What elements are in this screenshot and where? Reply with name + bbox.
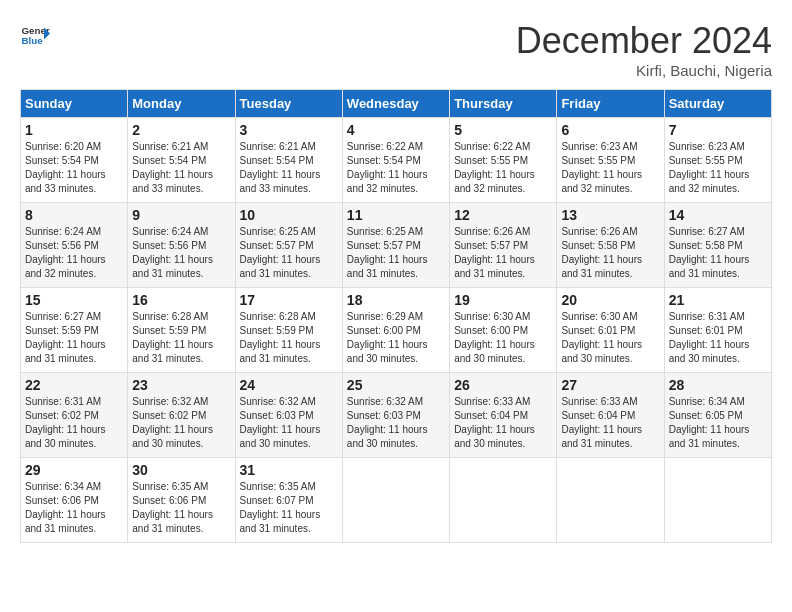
calendar-day-cell: 20Sunrise: 6:30 AM Sunset: 6:01 PM Dayli… [557, 288, 664, 373]
day-info: Sunrise: 6:30 AM Sunset: 6:01 PM Dayligh… [561, 310, 659, 366]
title-section: December 2024 Kirfi, Bauchi, Nigeria [516, 20, 772, 79]
calendar-day-cell: 8Sunrise: 6:24 AM Sunset: 5:56 PM Daylig… [21, 203, 128, 288]
day-number: 23 [132, 377, 230, 393]
day-number: 24 [240, 377, 338, 393]
day-number: 27 [561, 377, 659, 393]
calendar-day-cell: 4Sunrise: 6:22 AM Sunset: 5:54 PM Daylig… [342, 118, 449, 203]
calendar-day-cell: 12Sunrise: 6:26 AM Sunset: 5:57 PM Dayli… [450, 203, 557, 288]
day-info: Sunrise: 6:27 AM Sunset: 5:58 PM Dayligh… [669, 225, 767, 281]
day-info: Sunrise: 6:23 AM Sunset: 5:55 PM Dayligh… [561, 140, 659, 196]
day-info: Sunrise: 6:21 AM Sunset: 5:54 PM Dayligh… [240, 140, 338, 196]
day-info: Sunrise: 6:21 AM Sunset: 5:54 PM Dayligh… [132, 140, 230, 196]
day-number: 8 [25, 207, 123, 223]
day-info: Sunrise: 6:34 AM Sunset: 6:06 PM Dayligh… [25, 480, 123, 536]
day-number: 17 [240, 292, 338, 308]
calendar-day-cell: 23Sunrise: 6:32 AM Sunset: 6:02 PM Dayli… [128, 373, 235, 458]
day-number: 19 [454, 292, 552, 308]
day-number: 16 [132, 292, 230, 308]
calendar-day-cell: 16Sunrise: 6:28 AM Sunset: 5:59 PM Dayli… [128, 288, 235, 373]
day-number: 13 [561, 207, 659, 223]
day-info: Sunrise: 6:26 AM Sunset: 5:58 PM Dayligh… [561, 225, 659, 281]
day-info: Sunrise: 6:29 AM Sunset: 6:00 PM Dayligh… [347, 310, 445, 366]
svg-text:Blue: Blue [22, 35, 44, 46]
calendar-day-cell: 30Sunrise: 6:35 AM Sunset: 6:06 PM Dayli… [128, 458, 235, 543]
day-number: 25 [347, 377, 445, 393]
day-number: 21 [669, 292, 767, 308]
day-number: 29 [25, 462, 123, 478]
calendar-day-cell: 2Sunrise: 6:21 AM Sunset: 5:54 PM Daylig… [128, 118, 235, 203]
day-info: Sunrise: 6:32 AM Sunset: 6:02 PM Dayligh… [132, 395, 230, 451]
day-number: 30 [132, 462, 230, 478]
calendar-header-cell: Saturday [664, 90, 771, 118]
calendar-day-cell: 28Sunrise: 6:34 AM Sunset: 6:05 PM Dayli… [664, 373, 771, 458]
calendar-day-cell [664, 458, 771, 543]
calendar-day-cell: 15Sunrise: 6:27 AM Sunset: 5:59 PM Dayli… [21, 288, 128, 373]
calendar-day-cell: 31Sunrise: 6:35 AM Sunset: 6:07 PM Dayli… [235, 458, 342, 543]
day-info: Sunrise: 6:22 AM Sunset: 5:55 PM Dayligh… [454, 140, 552, 196]
calendar-header-cell: Sunday [21, 90, 128, 118]
day-number: 12 [454, 207, 552, 223]
logo-icon: General Blue [20, 20, 50, 50]
calendar-day-cell: 27Sunrise: 6:33 AM Sunset: 6:04 PM Dayli… [557, 373, 664, 458]
day-number: 5 [454, 122, 552, 138]
day-info: Sunrise: 6:22 AM Sunset: 5:54 PM Dayligh… [347, 140, 445, 196]
day-number: 2 [132, 122, 230, 138]
day-info: Sunrise: 6:28 AM Sunset: 5:59 PM Dayligh… [132, 310, 230, 366]
day-info: Sunrise: 6:24 AM Sunset: 5:56 PM Dayligh… [25, 225, 123, 281]
calendar-week-row: 22Sunrise: 6:31 AM Sunset: 6:02 PM Dayli… [21, 373, 772, 458]
day-info: Sunrise: 6:35 AM Sunset: 6:06 PM Dayligh… [132, 480, 230, 536]
day-number: 11 [347, 207, 445, 223]
day-info: Sunrise: 6:31 AM Sunset: 6:01 PM Dayligh… [669, 310, 767, 366]
day-info: Sunrise: 6:32 AM Sunset: 6:03 PM Dayligh… [240, 395, 338, 451]
calendar-body: 1Sunrise: 6:20 AM Sunset: 5:54 PM Daylig… [21, 118, 772, 543]
calendar-day-cell: 18Sunrise: 6:29 AM Sunset: 6:00 PM Dayli… [342, 288, 449, 373]
calendar-day-cell: 26Sunrise: 6:33 AM Sunset: 6:04 PM Dayli… [450, 373, 557, 458]
calendar-day-cell: 9Sunrise: 6:24 AM Sunset: 5:56 PM Daylig… [128, 203, 235, 288]
day-number: 7 [669, 122, 767, 138]
day-info: Sunrise: 6:27 AM Sunset: 5:59 PM Dayligh… [25, 310, 123, 366]
calendar-header-row: SundayMondayTuesdayWednesdayThursdayFrid… [21, 90, 772, 118]
calendar-week-row: 1Sunrise: 6:20 AM Sunset: 5:54 PM Daylig… [21, 118, 772, 203]
calendar-day-cell: 11Sunrise: 6:25 AM Sunset: 5:57 PM Dayli… [342, 203, 449, 288]
day-number: 15 [25, 292, 123, 308]
calendar-day-cell: 21Sunrise: 6:31 AM Sunset: 6:01 PM Dayli… [664, 288, 771, 373]
day-info: Sunrise: 6:34 AM Sunset: 6:05 PM Dayligh… [669, 395, 767, 451]
calendar-day-cell: 10Sunrise: 6:25 AM Sunset: 5:57 PM Dayli… [235, 203, 342, 288]
day-number: 1 [25, 122, 123, 138]
day-number: 28 [669, 377, 767, 393]
day-number: 26 [454, 377, 552, 393]
day-info: Sunrise: 6:24 AM Sunset: 5:56 PM Dayligh… [132, 225, 230, 281]
calendar-week-row: 15Sunrise: 6:27 AM Sunset: 5:59 PM Dayli… [21, 288, 772, 373]
calendar-week-row: 29Sunrise: 6:34 AM Sunset: 6:06 PM Dayli… [21, 458, 772, 543]
day-number: 6 [561, 122, 659, 138]
day-number: 10 [240, 207, 338, 223]
calendar-header-cell: Thursday [450, 90, 557, 118]
calendar-header-cell: Wednesday [342, 90, 449, 118]
calendar-header-cell: Friday [557, 90, 664, 118]
day-info: Sunrise: 6:31 AM Sunset: 6:02 PM Dayligh… [25, 395, 123, 451]
day-info: Sunrise: 6:32 AM Sunset: 6:03 PM Dayligh… [347, 395, 445, 451]
calendar-day-cell: 7Sunrise: 6:23 AM Sunset: 5:55 PM Daylig… [664, 118, 771, 203]
month-title: December 2024 [516, 20, 772, 62]
day-info: Sunrise: 6:25 AM Sunset: 5:57 PM Dayligh… [240, 225, 338, 281]
day-info: Sunrise: 6:33 AM Sunset: 6:04 PM Dayligh… [561, 395, 659, 451]
calendar-table: SundayMondayTuesdayWednesdayThursdayFrid… [20, 89, 772, 543]
calendar-day-cell: 22Sunrise: 6:31 AM Sunset: 6:02 PM Dayli… [21, 373, 128, 458]
calendar-day-cell: 6Sunrise: 6:23 AM Sunset: 5:55 PM Daylig… [557, 118, 664, 203]
calendar-day-cell: 3Sunrise: 6:21 AM Sunset: 5:54 PM Daylig… [235, 118, 342, 203]
calendar-week-row: 8Sunrise: 6:24 AM Sunset: 5:56 PM Daylig… [21, 203, 772, 288]
calendar-day-cell: 19Sunrise: 6:30 AM Sunset: 6:00 PM Dayli… [450, 288, 557, 373]
day-info: Sunrise: 6:30 AM Sunset: 6:00 PM Dayligh… [454, 310, 552, 366]
day-number: 22 [25, 377, 123, 393]
day-number: 4 [347, 122, 445, 138]
day-info: Sunrise: 6:28 AM Sunset: 5:59 PM Dayligh… [240, 310, 338, 366]
calendar-day-cell: 1Sunrise: 6:20 AM Sunset: 5:54 PM Daylig… [21, 118, 128, 203]
calendar-day-cell: 24Sunrise: 6:32 AM Sunset: 6:03 PM Dayli… [235, 373, 342, 458]
day-number: 3 [240, 122, 338, 138]
calendar-day-cell [450, 458, 557, 543]
day-info: Sunrise: 6:25 AM Sunset: 5:57 PM Dayligh… [347, 225, 445, 281]
day-number: 9 [132, 207, 230, 223]
day-info: Sunrise: 6:33 AM Sunset: 6:04 PM Dayligh… [454, 395, 552, 451]
day-info: Sunrise: 6:23 AM Sunset: 5:55 PM Dayligh… [669, 140, 767, 196]
calendar-day-cell: 5Sunrise: 6:22 AM Sunset: 5:55 PM Daylig… [450, 118, 557, 203]
